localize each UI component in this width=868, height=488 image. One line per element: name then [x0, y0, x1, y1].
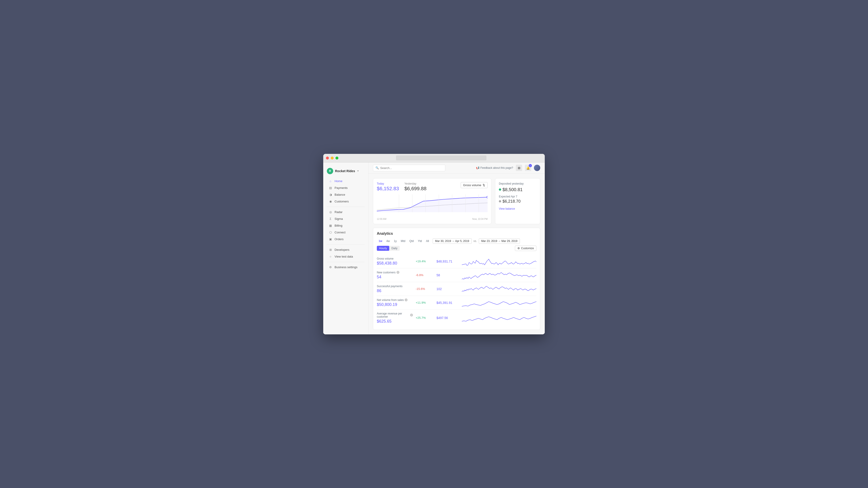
minimize-button[interactable]	[331, 157, 334, 160]
compare-range-label: Mar 23, 2019 → Mar 29, 2019	[481, 239, 518, 242]
feedback-label: Feedback about this page?	[480, 166, 513, 169]
sidebar-item-payments[interactable]: ▤ Payments	[325, 185, 366, 191]
app-body: R Rocket Rides ▾ ⌂ Home ▤ Payments ◑ Bal…	[323, 162, 545, 334]
sidebar-item-label: Payments	[335, 186, 348, 190]
metric-name: Gross volume	[377, 257, 413, 260]
sidebar-item-label: Business settings	[335, 265, 358, 269]
notifications-button[interactable]: 🔔 1	[525, 165, 531, 171]
deposited-label: Deposited yesterday	[499, 182, 536, 185]
table-row: Average revenue per customer i $625.65 +…	[377, 310, 536, 326]
green-dot-icon	[499, 188, 501, 191]
topbar-right: 📢 Feedback about this page? ⊟ 🔔 1	[476, 165, 540, 171]
sidebar-item-balance[interactable]: ◑ Balance	[325, 191, 366, 198]
metric-info: Net volume from sales i $50,800.19	[377, 298, 413, 307]
info-icon[interactable]: i	[405, 298, 408, 301]
sidebar-item-label: Radar	[335, 210, 342, 214]
tab-1w[interactable]: 1w	[377, 238, 384, 243]
analytics-card: Analytics 1w 4w 1y Mtd Qtd Ytd All Ma	[373, 228, 540, 330]
feedback-button[interactable]: 📢 Feedback about this page?	[476, 166, 513, 169]
sidebar-item-radar[interactable]: ◎ Radar	[325, 209, 366, 216]
metric-prev: $497.56	[436, 316, 459, 320]
bookmarks-button[interactable]: ⊟	[516, 165, 522, 171]
balance-icon: ◑	[329, 193, 332, 197]
metric-info: New customers i 54	[377, 271, 413, 280]
date-range-button[interactable]: Mar 30, 2019 → Apr 5, 2019	[433, 238, 472, 244]
compare-range-button[interactable]: Mar 23, 2019 → Mar 29, 2019	[479, 238, 520, 244]
tab-mtd[interactable]: Mtd	[399, 238, 407, 243]
sidebar: R Rocket Rides ▾ ⌂ Home ▤ Payments ◑ Bal…	[323, 162, 368, 334]
sidebar-item-label: Sigma	[335, 217, 343, 221]
close-button[interactable]	[326, 157, 329, 160]
expected-amount: $6,218.70	[499, 199, 536, 204]
metric-prev: $45,391.91	[436, 301, 459, 304]
info-icon[interactable]: i	[410, 314, 413, 317]
sidebar-item-connect[interactable]: ⬡ Connect	[325, 229, 366, 236]
today-label: Today	[377, 182, 399, 185]
home-icon: ⌂	[329, 180, 332, 183]
tab-4w[interactable]: 4w	[384, 238, 392, 243]
sidebar-item-label: View test data	[335, 255, 353, 258]
metric-change: +25.7%	[416, 316, 434, 320]
metric-value: $625.65	[377, 319, 413, 324]
sidebar-item-business-settings[interactable]: ⚙ Business settings	[325, 264, 366, 271]
tab-qtd[interactable]: Qtd	[408, 238, 415, 243]
metric-chart	[462, 298, 536, 307]
nav-divider-2	[327, 245, 365, 245]
metric-value: 86	[377, 289, 413, 293]
sidebar-item-label: Balance	[335, 193, 345, 196]
sidebar-item-billing[interactable]: ▦ Billing	[325, 222, 366, 229]
developers-icon: ⊞	[329, 248, 332, 252]
metric-prev: $48,931.71	[436, 260, 459, 263]
nav-section-main: ⌂ Home ▤ Payments ◑ Balance ◉ Customers	[323, 178, 368, 205]
balance-card: Deposited yesterday $8,500.81 Expected A…	[495, 178, 540, 224]
tab-hourly[interactable]: Hourly	[377, 246, 389, 251]
search-bar[interactable]: 🔍	[373, 165, 445, 171]
expected-label: Expected Apr 7	[499, 195, 536, 198]
metric-change: -6.8%	[416, 273, 434, 277]
nav-section-settings: ⚙ Business settings	[323, 264, 368, 271]
tab-ytd[interactable]: Ytd	[416, 238, 424, 243]
tab-1y[interactable]: 1y	[392, 238, 399, 243]
main-chart-card: Today $6,152.83 Yesterday $6,699.88 Gros…	[373, 178, 491, 224]
search-input[interactable]	[380, 166, 443, 170]
titlebar-center	[340, 156, 542, 160]
brand-name: Rocket Rides	[335, 169, 355, 173]
payments-icon: ▤	[329, 186, 332, 190]
dropdown-label: Gross volume	[463, 184, 481, 187]
metric-info: Successful payments 86	[377, 285, 413, 293]
deposited-value: $8,500.81	[502, 187, 523, 192]
brand-logo[interactable]: R Rocket Rides ▾	[323, 166, 368, 178]
test-data-icon: ○	[329, 255, 332, 258]
radar-icon: ◎	[329, 210, 332, 214]
avatar[interactable]	[534, 165, 540, 171]
date-range-label: Mar 30, 2019 → Apr 5, 2019	[435, 239, 469, 242]
sidebar-item-view-test-data[interactable]: ○ View test data	[325, 253, 366, 260]
chart-time: 12:00 AM Now, 10:34 PM	[377, 218, 488, 220]
svg-marker-0	[377, 197, 488, 212]
metric-name: Net volume from sales i	[377, 298, 413, 302]
tab-all[interactable]: All	[424, 238, 431, 243]
yesterday-value: $6,699.88	[404, 186, 427, 192]
metric-value: $50,800.19	[377, 302, 413, 307]
metric-name: New customers i	[377, 271, 413, 274]
gross-volume-dropdown[interactable]: Gross volume ⇅	[461, 182, 488, 188]
sidebar-item-label: Home	[335, 180, 342, 183]
sidebar-item-home[interactable]: ⌂ Home	[325, 178, 366, 185]
metric-chart	[462, 285, 536, 293]
sidebar-item-sigma[interactable]: Σ Sigma	[325, 216, 366, 222]
chart-time-end: Now, 10:34 PM	[472, 218, 488, 220]
view-balance-link[interactable]: View balance	[499, 207, 515, 210]
url-bar[interactable]	[396, 156, 487, 160]
customize-button[interactable]: ⚙ Customize	[515, 246, 536, 251]
maximize-button[interactable]	[336, 157, 338, 160]
sidebar-item-orders[interactable]: ▣ Orders	[325, 236, 366, 242]
analytics-table: Gross volume $58,438.80 +19.4% $48,931.7…	[377, 255, 536, 326]
billing-icon: ▦	[329, 224, 332, 228]
metric-value: 54	[377, 275, 413, 280]
sidebar-item-developers[interactable]: ⊞ Developers	[325, 247, 366, 253]
sidebar-item-label: Orders	[335, 237, 344, 241]
sidebar-item-customers[interactable]: ◉ Customers	[325, 198, 366, 205]
tab-daily[interactable]: Daily	[389, 246, 400, 251]
nav-divider-3	[327, 262, 365, 262]
info-icon[interactable]: i	[397, 271, 399, 274]
